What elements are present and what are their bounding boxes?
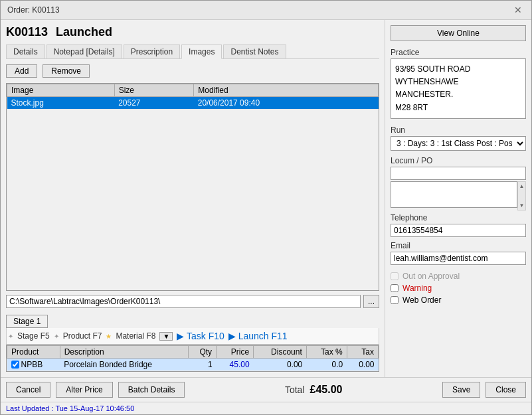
- email-label: Email: [391, 241, 526, 250]
- stage-f5[interactable]: Stage F5: [17, 331, 50, 341]
- close-button[interactable]: Close: [486, 382, 526, 398]
- tab-details[interactable]: Details: [6, 44, 45, 58]
- stage-section: Stage 1 ✦ Stage F5 ✦ Product F7 ★ Materi…: [6, 315, 379, 372]
- action-buttons: Save Close: [442, 382, 526, 398]
- title-bar: Order: K00113 ✕: [1, 1, 531, 20]
- scroll-down-icon[interactable]: ▼: [519, 203, 524, 208]
- cell-image: Stock.jpg: [7, 97, 115, 110]
- material-f8[interactable]: Material F8: [116, 331, 155, 341]
- order-number: K00113: [6, 25, 48, 39]
- email-input[interactable]: [391, 252, 526, 265]
- locum-input[interactable]: [391, 167, 526, 180]
- practice-line-4: M28 8RT: [395, 102, 521, 114]
- tab-prescription[interactable]: Prescription: [124, 44, 180, 58]
- practice-address: 93/95 SOUTH ROAD WYTHENSHAWE MANCHESTER.…: [391, 58, 526, 119]
- order-header: K00113 Launched: [6, 25, 379, 39]
- warning-label: Warning: [402, 284, 432, 293]
- product-row[interactable]: NPBB Porcelain Bonded Bridge 1 45.00 0.0…: [7, 359, 379, 371]
- checkbox-section: Out on Approval Warning Web Order: [391, 272, 526, 305]
- tab-dentist-notes[interactable]: Dentist Notes: [223, 44, 286, 58]
- bottom-bar: Cancel Alter Price Batch Details Total £…: [1, 377, 531, 402]
- out-on-approval-item: Out on Approval: [391, 272, 526, 281]
- warning-item: Warning: [391, 284, 526, 293]
- cancel-button[interactable]: Cancel: [6, 382, 50, 398]
- cell-discount: 0.00: [254, 359, 307, 371]
- stage-label: Stage 1: [6, 315, 48, 328]
- run-label: Run: [391, 125, 526, 135]
- locum-textarea[interactable]: [391, 181, 517, 208]
- cell-product-code: NPBB: [21, 360, 43, 369]
- col-modified: Modified: [194, 84, 379, 97]
- practice-line-2: WYTHENSHAWE: [395, 76, 521, 88]
- products-table-container: Product Description Qty Price Discount T…: [6, 345, 379, 372]
- cell-price: 45.00: [217, 359, 254, 371]
- images-table: Image Size Modified Stock.jpg 20527 20/0…: [7, 84, 379, 110]
- main-content: K00113 Launched Details Notepad [Details…: [1, 20, 531, 377]
- cell-modified: 20/06/2017 09:40: [194, 97, 379, 110]
- status-bar: Last Updated : Tue 15-Aug-17 10:46:50: [1, 402, 531, 414]
- col-image: Image: [7, 84, 115, 97]
- cell-tax: 0.00: [347, 359, 378, 371]
- window-title: Order: K00113: [7, 5, 60, 15]
- col-tax-pct: Tax %: [306, 346, 347, 359]
- run-select[interactable]: 3 : Days: 3 : 1st Class Post : Postal: [391, 136, 526, 151]
- cell-description: Porcelain Bonded Bridge: [60, 359, 188, 371]
- col-product: Product: [7, 346, 60, 359]
- stage-star-icon: ✦: [8, 333, 13, 340]
- launch-f11[interactable]: ▶ Launch F11: [228, 331, 288, 341]
- locum-label: Locum / PO: [391, 156, 526, 165]
- practice-line-3: MANCHESTER.: [395, 88, 521, 101]
- add-button[interactable]: Add: [6, 64, 37, 78]
- col-price: Price: [217, 346, 254, 359]
- total-amount: £45.00: [310, 384, 343, 396]
- col-qty: Qty: [188, 346, 216, 359]
- task-f10[interactable]: ▶ Task F10: [177, 331, 224, 341]
- web-order-checkbox[interactable]: [391, 296, 399, 304]
- total-label: Total: [285, 384, 305, 395]
- images-table-container: Image Size Modified Stock.jpg 20527 20/0…: [6, 83, 379, 291]
- tab-images[interactable]: Images: [181, 44, 222, 59]
- cell-tax-pct: 0.0: [306, 359, 347, 371]
- col-description: Description: [60, 346, 188, 359]
- window-close-button[interactable]: ✕: [511, 5, 525, 15]
- col-size: Size: [114, 84, 194, 97]
- product-f7[interactable]: Product F7: [63, 331, 102, 341]
- table-row[interactable]: Stock.jpg 20527 20/06/2017 09:40: [7, 97, 379, 110]
- main-window: Order: K00113 ✕ K00113 Launched Details …: [0, 0, 532, 415]
- scroll-up-icon[interactable]: ▲: [519, 183, 524, 189]
- material-dropdown[interactable]: ▼: [159, 332, 173, 341]
- total-section: Total £45.00: [190, 384, 437, 396]
- tab-actions: Add Remove: [6, 63, 379, 79]
- tab-notepad[interactable]: Notepad [Details]: [46, 44, 122, 58]
- order-status: Launched: [56, 25, 112, 39]
- product-checkbox[interactable]: [11, 361, 19, 369]
- out-on-approval-checkbox[interactable]: [391, 272, 399, 280]
- tab-bar: Details Notepad [Details] Prescription I…: [6, 44, 379, 59]
- right-panel: View Online Practice 93/95 SOUTH ROAD WY…: [385, 20, 531, 377]
- save-button[interactable]: Save: [442, 382, 480, 398]
- cell-product-check: NPBB: [7, 359, 60, 371]
- batch-details-button[interactable]: Batch Details: [118, 382, 185, 398]
- product-star-icon: ✦: [54, 333, 59, 340]
- path-input[interactable]: [6, 295, 361, 308]
- col-discount: Discount: [254, 346, 307, 359]
- alter-price-button[interactable]: Alter Price: [56, 382, 112, 398]
- warning-checkbox[interactable]: [391, 284, 399, 292]
- products-table: Product Description Qty Price Discount T…: [7, 345, 379, 371]
- cell-size: 20527: [114, 97, 194, 110]
- status-text: Last Updated : Tue 15-Aug-17 10:46:50: [6, 404, 134, 412]
- left-panel: K00113 Launched Details Notepad [Details…: [1, 20, 385, 377]
- web-order-item: Web Order: [391, 295, 526, 305]
- view-online-button[interactable]: View Online: [391, 25, 526, 41]
- cell-qty: 1: [188, 359, 216, 371]
- stage-toolbar: ✦ Stage F5 ✦ Product F7 ★ Material F8 ▼ …: [6, 328, 379, 345]
- path-row: ...: [6, 295, 379, 308]
- telephone-label: Telephone: [391, 213, 526, 222]
- remove-button[interactable]: Remove: [43, 64, 90, 78]
- practice-label: Practice: [391, 48, 526, 57]
- telephone-input[interactable]: [391, 224, 526, 237]
- browse-button[interactable]: ...: [363, 295, 379, 308]
- material-star-icon: ★: [106, 333, 112, 340]
- col-tax: Tax: [347, 346, 378, 359]
- out-on-approval-label: Out on Approval: [402, 272, 460, 281]
